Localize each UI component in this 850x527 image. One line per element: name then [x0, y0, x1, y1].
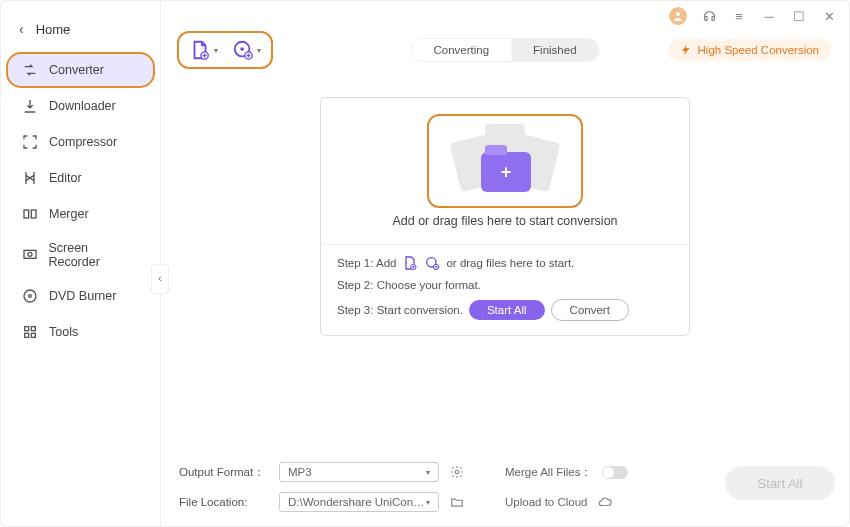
sidebar-item-converter[interactable]: Converter	[7, 53, 154, 87]
upload-cloud-label: Upload to Cloud	[505, 496, 587, 508]
minimize-icon[interactable]: ─	[761, 8, 777, 24]
converter-icon	[21, 61, 39, 79]
add-file-icon	[189, 39, 211, 61]
add-disc-icon	[424, 255, 440, 271]
sidebar-item-label: Tools	[49, 325, 78, 339]
dvd-icon	[21, 287, 39, 305]
sidebar-item-editor[interactable]: Editor	[7, 161, 154, 195]
titlebar: ≡ ─ ☐ ✕	[161, 1, 849, 31]
drop-card: + Add or drag files here to start conver…	[320, 97, 690, 336]
svg-point-10	[676, 12, 680, 16]
sidebar-item-label: Compressor	[49, 135, 117, 149]
open-folder-icon[interactable]	[449, 494, 465, 510]
chevron-down-icon: ▾	[214, 46, 218, 55]
step1-suffix: or drag files here to start.	[446, 257, 574, 269]
back-icon[interactable]: ‹	[19, 21, 24, 37]
tab-strip: Converting Finished	[410, 38, 599, 62]
sidebar: ‹ Home Converter Downloader Compressor E…	[1, 1, 161, 526]
drop-zone[interactable]: + Add or drag files here to start conver…	[321, 98, 689, 244]
menu-icon[interactable]: ≡	[731, 8, 747, 24]
tools-icon	[21, 323, 39, 341]
close-icon[interactable]: ✕	[821, 8, 837, 24]
svg-rect-7	[31, 327, 35, 331]
download-icon	[21, 97, 39, 115]
sidebar-item-label: DVD Burner	[49, 289, 116, 303]
sidebar-item-label: Converter	[49, 63, 104, 77]
file-location-value: D:\Wondershare UniConverter 1	[288, 496, 426, 508]
sidebar-item-label: Downloader	[49, 99, 116, 113]
step-3: Step 3: Start conversion. Start All Conv…	[337, 299, 673, 321]
chevron-down-icon: ▾	[426, 498, 430, 507]
step3-prefix: Step 3: Start conversion.	[337, 304, 463, 316]
merge-label: Merge All Files：	[505, 465, 592, 480]
start-all-inline-button[interactable]: Start All	[469, 300, 545, 320]
lightning-icon	[680, 44, 692, 56]
home-row: ‹ Home	[1, 13, 160, 51]
svg-rect-6	[25, 327, 29, 331]
output-format-label: Output Format：	[179, 465, 269, 480]
high-speed-conversion-button[interactable]: High Speed Conversion	[668, 39, 831, 61]
toolbar: ▾ ▾ Converting Finished High Speed Conve…	[161, 33, 849, 67]
main-panel: ≡ ─ ☐ ✕ ▾ ▾ Converting Finished	[161, 1, 849, 526]
svg-point-4	[24, 290, 36, 302]
merge-all-switch[interactable]	[602, 466, 628, 479]
step-1: Step 1: Add or drag files here to start.	[337, 255, 673, 271]
svg-rect-9	[31, 333, 35, 337]
tab-converting[interactable]: Converting	[411, 39, 511, 61]
step1-prefix: Step 1: Add	[337, 257, 396, 269]
svg-rect-8	[25, 333, 29, 337]
add-disc-icon	[232, 39, 254, 61]
editor-icon	[21, 169, 39, 187]
svg-point-5	[29, 295, 32, 298]
cloud-icon[interactable]	[597, 494, 613, 510]
support-icon[interactable]	[701, 8, 717, 24]
file-location-label: File Location:	[179, 496, 269, 508]
sidebar-item-label: Merger	[49, 207, 89, 221]
steps-panel: Step 1: Add or drag files here to start.…	[321, 244, 689, 335]
bottom-bar: Output Format： MP3 ▾ Merge All Files： Fi…	[161, 452, 849, 526]
sidebar-item-label: Screen Recorder	[48, 241, 140, 269]
sidebar-item-compressor[interactable]: Compressor	[7, 125, 154, 159]
merger-icon	[21, 205, 39, 223]
convert-inline-button[interactable]: Convert	[551, 299, 629, 321]
sidebar-item-dvd-burner[interactable]: DVD Burner	[7, 279, 154, 313]
output-format-select[interactable]: MP3 ▾	[279, 462, 439, 482]
compress-icon	[21, 133, 39, 151]
drop-zone-text: Add or drag files here to start conversi…	[392, 214, 617, 228]
file-location-select[interactable]: D:\Wondershare UniConverter 1 ▾	[279, 492, 439, 512]
drop-illustration: +	[429, 116, 581, 206]
add-disc-button[interactable]: ▾	[232, 39, 261, 61]
recorder-icon	[21, 246, 38, 264]
start-all-button[interactable]: Start All	[725, 466, 835, 500]
output-format-value: MP3	[288, 466, 312, 478]
home-label[interactable]: Home	[36, 22, 71, 37]
tab-finished[interactable]: Finished	[511, 39, 598, 61]
sidebar-item-label: Editor	[49, 171, 82, 185]
chevron-down-icon: ▾	[426, 468, 430, 477]
add-file-button[interactable]: ▾	[189, 39, 218, 61]
sidebar-item-downloader[interactable]: Downloader	[7, 89, 154, 123]
folder-plus-icon: +	[481, 152, 531, 192]
svg-rect-1	[31, 210, 36, 218]
user-avatar-icon[interactable]	[669, 7, 687, 25]
step-2: Step 2: Choose your format.	[337, 279, 673, 291]
sidebar-item-merger[interactable]: Merger	[7, 197, 154, 231]
maximize-icon[interactable]: ☐	[791, 8, 807, 24]
add-file-icon	[402, 255, 418, 271]
svg-point-13	[240, 47, 244, 51]
svg-rect-0	[24, 210, 29, 218]
settings-gear-icon[interactable]	[449, 464, 465, 480]
sidebar-item-screen-recorder[interactable]: Screen Recorder	[7, 233, 154, 277]
content-area: + Add or drag files here to start conver…	[161, 67, 849, 452]
high-speed-label: High Speed Conversion	[698, 44, 819, 56]
add-buttons-group: ▾ ▾	[179, 33, 271, 67]
sidebar-item-tools[interactable]: Tools	[7, 315, 154, 349]
svg-point-18	[455, 470, 459, 474]
chevron-down-icon: ▾	[257, 46, 261, 55]
svg-point-3	[28, 252, 32, 256]
svg-rect-2	[24, 250, 36, 258]
